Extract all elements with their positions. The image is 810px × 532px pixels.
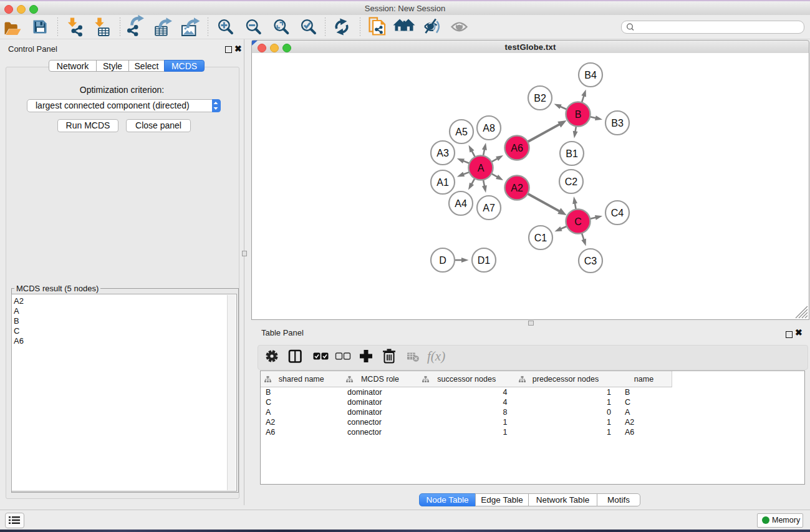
svg-text:D: D (439, 255, 446, 266)
svg-text:B4: B4 (584, 70, 597, 80)
svg-text:A7: A7 (483, 203, 495, 213)
svg-text:C1: C1 (534, 233, 547, 243)
svg-text:C2: C2 (565, 177, 578, 187)
svg-text:B2: B2 (534, 93, 546, 104)
svg-text:A6: A6 (511, 143, 523, 153)
svg-text:A8: A8 (483, 123, 495, 133)
svg-text:A3: A3 (436, 148, 449, 158)
svg-text:A1: A1 (436, 177, 449, 188)
svg-text:A: A (478, 163, 485, 173)
svg-text:B3: B3 (611, 118, 624, 128)
svg-text:C4: C4 (611, 208, 624, 218)
svg-text:B: B (575, 109, 582, 120)
svg-text:A5: A5 (455, 127, 468, 137)
svg-text:A2: A2 (511, 183, 523, 193)
svg-text:C3: C3 (584, 256, 597, 266)
svg-text:B1: B1 (566, 148, 578, 159)
svg-text:C: C (574, 216, 582, 227)
svg-text:D1: D1 (478, 255, 491, 266)
svg-text:f(x): f(x) (427, 349, 445, 364)
svg-text:A4: A4 (455, 198, 467, 209)
